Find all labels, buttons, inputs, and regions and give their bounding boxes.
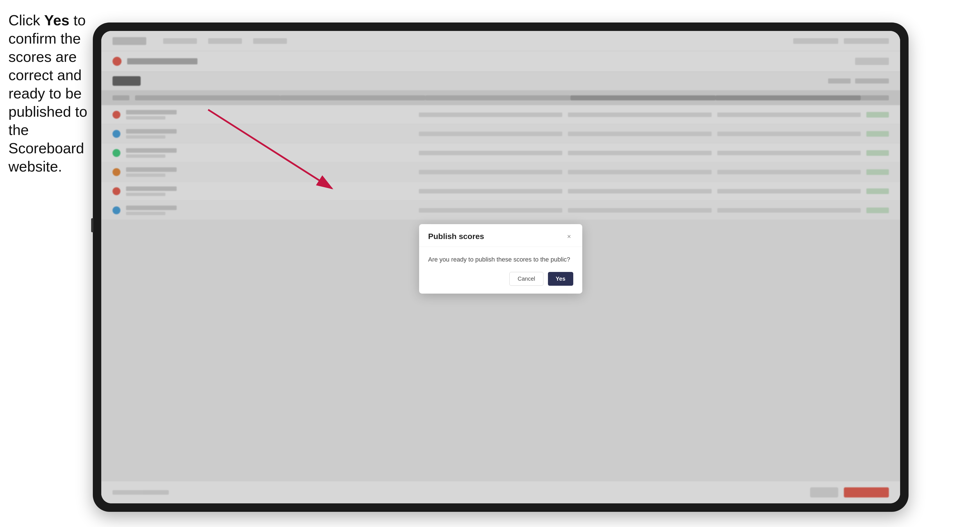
instruction-part2: to confirm the scores are correct and re… (8, 12, 87, 175)
dialog-footer: Cancel Yes (419, 272, 582, 294)
dialog-message: Are you ready to publish these scores to… (428, 255, 573, 264)
tablet-device: Publish scores × Are you ready to publis… (93, 22, 908, 512)
tablet-side-button (91, 218, 93, 232)
dialog-body: Are you ready to publish these scores to… (419, 247, 582, 272)
dialog-close-button[interactable]: × (565, 232, 573, 241)
dialog-title: Publish scores (428, 232, 484, 241)
publish-scores-dialog: Publish scores × Are you ready to publis… (419, 224, 582, 294)
modal-overlay: Publish scores × Are you ready to publis… (101, 31, 900, 503)
yes-button[interactable]: Yes (548, 272, 573, 286)
dialog-header: Publish scores × (419, 224, 582, 247)
instruction-part1: Click (8, 12, 44, 29)
screen-content: Publish scores × Are you ready to publis… (101, 31, 900, 503)
cancel-button[interactable]: Cancel (509, 272, 543, 286)
tablet-screen: Publish scores × Are you ready to publis… (101, 31, 900, 503)
instruction-bold: Yes (44, 12, 70, 29)
instruction-text: Click Yes to confirm the scores are corr… (8, 11, 90, 176)
